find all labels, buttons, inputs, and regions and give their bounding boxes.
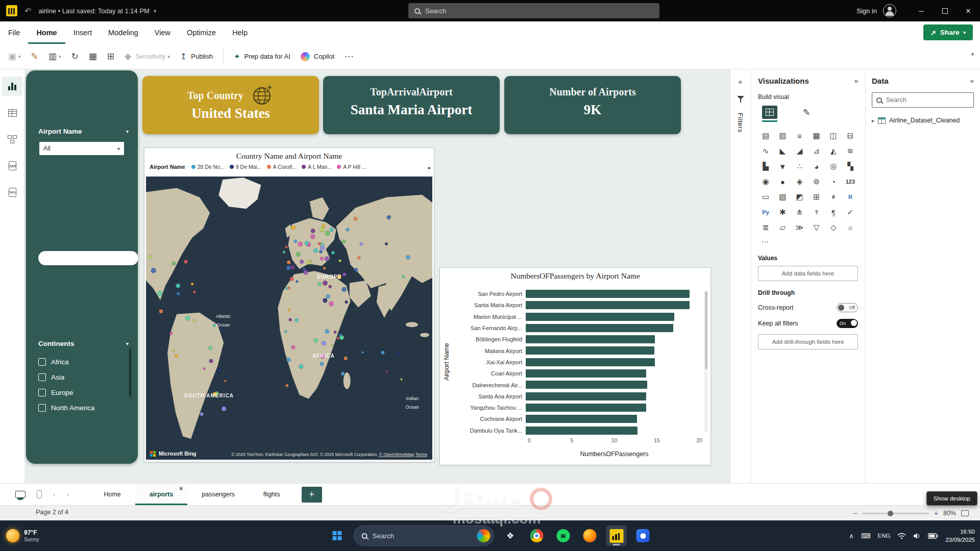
map-data-point[interactable] — [385, 242, 387, 245]
hidden-icons-chevron[interactable]: ∧ — [849, 532, 854, 540]
map-data-point[interactable] — [285, 384, 288, 387]
map-data-point[interactable] — [169, 332, 173, 335]
continent-option-europe[interactable]: Europe — [38, 385, 132, 400]
format-visual-tab[interactable]: ✎ — [803, 106, 810, 118]
document-title[interactable]: airline • Last saved: Today at 1:14 PM ▾ — [38, 7, 156, 15]
map-data-point[interactable] — [361, 351, 363, 353]
visual-type-more-visuals[interactable]: ○ — [843, 221, 858, 234]
spotify-app-button[interactable]: ≋ — [553, 525, 574, 546]
next-page-icon[interactable]: › — [67, 490, 69, 498]
visual-type-line-chart[interactable]: ∿ — [758, 144, 773, 158]
start-button[interactable] — [327, 525, 348, 546]
visual-type-pie-chart[interactable]: ◕ — [808, 160, 824, 173]
visual-type-stacked-column-chart[interactable]: ▥ — [775, 129, 790, 142]
zoom-in-button[interactable]: + — [934, 509, 938, 517]
fit-to-page-icon[interactable] — [961, 510, 969, 516]
model-view-button[interactable] — [2, 130, 22, 149]
map-data-point[interactable] — [311, 229, 315, 233]
openstreetmap-link[interactable]: © OpenStreetMap — [379, 452, 414, 457]
visual-type-waterfall-chart[interactable]: ▙ — [758, 160, 773, 173]
share-button[interactable]: ↗ Share ▾ — [923, 24, 973, 40]
card-top-arrival-airport[interactable]: TopArrivalAirport Santa Maria Airport — [323, 76, 500, 134]
map-data-point[interactable] — [298, 242, 303, 246]
visual-type-azure-map[interactable]: ⊚ — [808, 175, 824, 188]
map-data-point[interactable] — [345, 300, 348, 304]
menu-item-file[interactable]: File — [0, 21, 28, 44]
expand-chevron-icon[interactable]: ▸ — [872, 118, 874, 123]
visual-type-gauge[interactable]: ◔ — [826, 175, 841, 188]
bar[interactable] — [526, 369, 646, 378]
map-data-point[interactable] — [191, 283, 193, 285]
map-data-point[interactable] — [300, 260, 304, 264]
map-data-point[interactable] — [341, 372, 345, 375]
checkbox-icon[interactable] — [38, 358, 46, 366]
map-data-point[interactable] — [303, 270, 308, 274]
build-visual-tab[interactable] — [762, 106, 777, 122]
bar[interactable] — [526, 415, 637, 423]
visual-type-decomposition-tree[interactable]: ⋔ — [792, 206, 807, 219]
tmdl-view-button[interactable]: TMDL — [2, 183, 22, 202]
visual-type-power-automate[interactable]: ≫ — [792, 221, 807, 234]
card-top-country[interactable]: Top Country ✈ United States — [142, 76, 319, 134]
map-data-point[interactable] — [338, 259, 341, 262]
map-data-point[interactable] — [381, 351, 385, 355]
photos-app-button[interactable] — [633, 525, 653, 546]
map-data-point[interactable] — [291, 226, 296, 230]
continent-option-africa[interactable]: Africa — [38, 354, 132, 369]
map-data-point[interactable] — [406, 255, 410, 259]
map-data-point[interactable] — [322, 341, 326, 345]
map-data-point[interactable] — [184, 260, 187, 264]
copilot-button[interactable]: Copilot — [301, 52, 334, 61]
map-data-point[interactable] — [291, 345, 295, 349]
map-data-point[interactable] — [193, 291, 195, 293]
sign-in-button[interactable]: Sign in — [856, 7, 877, 15]
map-data-point[interactable] — [320, 257, 324, 260]
slicer-scrollbar[interactable] — [129, 348, 131, 397]
visual-type-filled-map[interactable]: ● — [775, 175, 790, 188]
bar[interactable] — [526, 404, 646, 412]
text-box-button[interactable]: ⊞ — [107, 51, 114, 62]
airport-slicer-dropdown[interactable]: All ▾ — [39, 142, 124, 155]
map-data-point[interactable] — [172, 349, 175, 352]
bar[interactable] — [526, 335, 655, 343]
map-data-point[interactable] — [323, 281, 327, 285]
battery-icon[interactable] — [928, 533, 938, 539]
bar[interactable] — [526, 358, 655, 366]
map-data-point[interactable] — [387, 215, 391, 219]
filter-funnel-icon[interactable] — [737, 96, 744, 103]
dax-query-view-button[interactable]: DAX — [2, 156, 22, 176]
bar[interactable] — [526, 313, 674, 321]
bar[interactable] — [526, 324, 673, 332]
map-data-point[interactable] — [177, 292, 180, 296]
continent-option-asia[interactable]: Asia — [38, 369, 132, 385]
visual-type-scatter-chart[interactable]: ∴ — [792, 160, 807, 173]
visual-type-q-and-a[interactable]: ? — [808, 206, 824, 219]
map-canvas[interactable]: EUROPEAtlanticOceanAFRICASOUTH AMERICAIn… — [146, 177, 432, 460]
visual-type-funnel-chart[interactable]: ▼ — [775, 160, 790, 173]
bing-icon[interactable] — [477, 529, 491, 542]
bar[interactable] — [526, 381, 647, 389]
map-data-point[interactable] — [176, 284, 181, 288]
map-visual[interactable]: Country Name and Airport Name Airport Na… — [144, 147, 434, 462]
map-data-point[interactable] — [331, 344, 333, 346]
close-button[interactable]: ✕ — [957, 0, 980, 21]
publish-button[interactable]: ↥ Publish — [180, 52, 213, 61]
taskbar-search[interactable]: Search — [354, 525, 494, 546]
visual-type-line-stacked-column-chart[interactable]: ⊿ — [808, 144, 824, 158]
new-visual-button[interactable]: ▦ — [89, 51, 97, 62]
zoom-slider-thumb[interactable] — [888, 511, 893, 516]
format-painter-button[interactable]: ✎ — [31, 51, 38, 62]
card-number-of-airports[interactable]: Number of Airports 9K — [504, 76, 681, 134]
table-view-button[interactable] — [2, 103, 22, 122]
visual-type-key-influencers[interactable]: ✱ — [775, 206, 790, 219]
map-data-point[interactable] — [290, 265, 295, 269]
map-data-point[interactable] — [313, 338, 317, 343]
visual-type-power-apps[interactable]: ▱ — [775, 221, 790, 234]
map-data-point[interactable] — [320, 227, 324, 232]
map-data-point[interactable] — [299, 364, 303, 369]
legend-overflow-icon[interactable]: ▸ — [428, 165, 431, 170]
menu-item-home[interactable]: Home — [28, 21, 65, 44]
map-data-point[interactable] — [360, 242, 363, 245]
map-data-point[interactable] — [329, 285, 332, 288]
map-data-point[interactable] — [334, 331, 336, 333]
